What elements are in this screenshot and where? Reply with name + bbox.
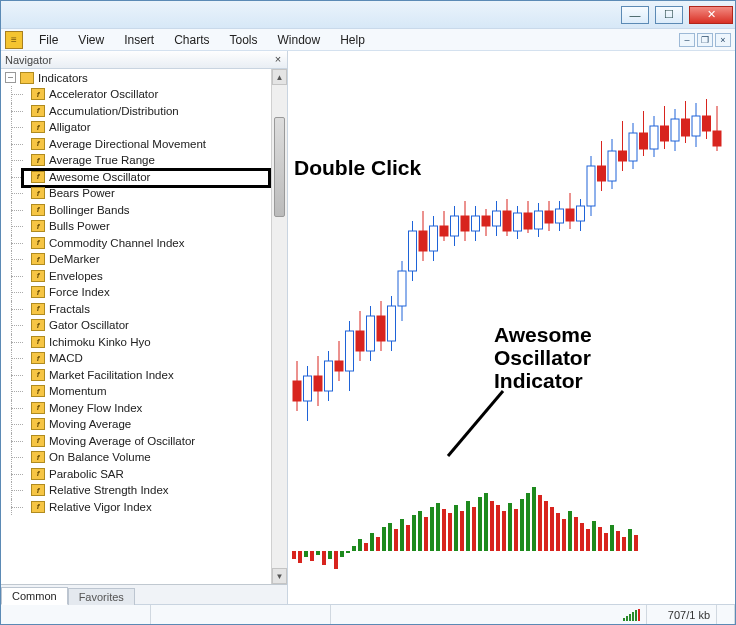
indicator-item[interactable]: fMACD: [1, 350, 271, 367]
connection-bars-icon: [623, 609, 640, 621]
scroll-thumb[interactable]: [274, 117, 285, 217]
svg-rect-35: [472, 216, 480, 231]
indicator-label: Commodity Channel Index: [49, 237, 185, 249]
indicator-item[interactable]: fDeMarker: [1, 251, 271, 268]
oscillator-bar: [304, 551, 308, 557]
indicator-item[interactable]: fBulls Power: [1, 218, 271, 235]
indicator-item[interactable]: fAccelerator Oscillator: [1, 86, 271, 103]
status-transfer: 707/1 kb: [647, 605, 717, 624]
oscillator-bar: [442, 509, 446, 551]
scroll-down-arrow-icon[interactable]: ▼: [272, 568, 287, 584]
indicator-item[interactable]: fAccumulation/Distribution: [1, 103, 271, 120]
tree-root-label: Indicators: [38, 72, 88, 84]
menu-file[interactable]: File: [29, 31, 68, 49]
indicator-item[interactable]: fForce Index: [1, 284, 271, 301]
minimize-button[interactable]: —: [621, 6, 649, 24]
menu-charts[interactable]: Charts: [164, 31, 219, 49]
oscillator-bar: [292, 551, 296, 559]
oscillator-bar: [466, 501, 470, 551]
indicator-item[interactable]: fParabolic SAR: [1, 466, 271, 483]
svg-rect-19: [388, 306, 396, 341]
app-window: — ☐ ✕ ≡ FileViewInsertChartsToolsWindowH…: [0, 0, 736, 625]
indicator-item[interactable]: fMoney Flow Index: [1, 400, 271, 417]
oscillator-bar: [322, 551, 326, 565]
indicator-item[interactable]: fMoving Average: [1, 416, 271, 433]
status-cell-2: [151, 605, 331, 624]
svg-rect-1: [293, 381, 301, 401]
tab-favorites[interactable]: Favorites: [68, 588, 135, 605]
tree-root-indicators[interactable]: – Indicators: [1, 69, 271, 86]
vertical-scrollbar[interactable]: ▲ ▼: [271, 69, 287, 584]
titlebar: — ☐ ✕: [1, 1, 735, 29]
indicator-label: Average Directional Movement: [49, 138, 206, 150]
chart-area[interactable]: Double Click Awesome Oscillator Indicato…: [288, 51, 735, 604]
svg-rect-17: [377, 316, 385, 341]
indicator-label: MACD: [49, 352, 83, 364]
indicator-label: Moving Average: [49, 418, 131, 430]
indicator-item[interactable]: fIchimoku Kinko Hyo: [1, 334, 271, 351]
oscillator-bar: [532, 487, 536, 551]
oscillator-bar: [376, 537, 380, 551]
indicator-item[interactable]: fOn Balance Volume: [1, 449, 271, 466]
svg-rect-73: [671, 119, 679, 141]
indicator-item[interactable]: fMomentum: [1, 383, 271, 400]
status-grip: [717, 605, 735, 624]
indicator-tree[interactable]: – Indicators fAccelerator OscillatorfAcc…: [1, 69, 271, 584]
svg-rect-27: [430, 226, 438, 251]
indicator-item[interactable]: fEnvelopes: [1, 268, 271, 285]
oscillator-bar: [412, 515, 416, 551]
navigator-tabs: Common Favorites: [1, 584, 287, 604]
indicator-icon: f: [31, 121, 45, 133]
indicator-item[interactable]: fFractals: [1, 301, 271, 318]
navigator-title-label: Navigator: [5, 54, 52, 66]
menu-window[interactable]: Window: [268, 31, 331, 49]
indicator-item[interactable]: fAlligator: [1, 119, 271, 136]
navigator-close-button[interactable]: ×: [271, 52, 285, 66]
svg-rect-51: [556, 209, 564, 223]
oscillator-bar: [316, 551, 320, 555]
close-button[interactable]: ✕: [689, 6, 733, 24]
indicator-item[interactable]: fRelative Vigor Index: [1, 499, 271, 516]
indicator-item[interactable]: fGator Oscillator: [1, 317, 271, 334]
oscillator-bar: [388, 523, 392, 551]
scroll-up-arrow-icon[interactable]: ▲: [272, 69, 287, 85]
indicator-item[interactable]: fBollinger Bands: [1, 202, 271, 219]
oscillator-bar: [610, 525, 614, 551]
oscillator-bar: [406, 525, 410, 551]
indicator-item[interactable]: fBears Power: [1, 185, 271, 202]
maximize-button[interactable]: ☐: [655, 6, 683, 24]
mdi-close-button[interactable]: ×: [715, 33, 731, 47]
menu-help[interactable]: Help: [330, 31, 375, 49]
oscillator-bar: [370, 533, 374, 551]
indicator-label: Relative Vigor Index: [49, 501, 152, 513]
indicator-item[interactable]: fRelative Strength Index: [1, 482, 271, 499]
svg-rect-43: [514, 213, 522, 231]
menu-view[interactable]: View: [68, 31, 114, 49]
mdi-restore-button[interactable]: ❐: [697, 33, 713, 47]
oscillator-bar: [394, 529, 398, 551]
indicator-icon: f: [31, 105, 45, 117]
indicator-label: Alligator: [49, 121, 91, 133]
oscillator-bar: [538, 495, 542, 551]
indicator-item[interactable]: fMarket Facilitation Index: [1, 367, 271, 384]
svg-rect-15: [367, 316, 375, 351]
mdi-minimize-button[interactable]: –: [679, 33, 695, 47]
indicator-item[interactable]: fAwesome Oscillator: [1, 169, 271, 186]
menu-tools[interactable]: Tools: [220, 31, 268, 49]
oscillator-bar: [460, 511, 464, 551]
oscillator-bar: [604, 533, 608, 551]
oscillator-bar: [448, 513, 452, 551]
indicator-item[interactable]: fCommodity Channel Index: [1, 235, 271, 252]
collapse-icon[interactable]: –: [5, 72, 16, 83]
indicator-item[interactable]: fAverage True Range: [1, 152, 271, 169]
indicator-item[interactable]: fAverage Directional Movement: [1, 136, 271, 153]
tab-common[interactable]: Common: [1, 587, 68, 605]
indicator-label: Parabolic SAR: [49, 468, 124, 480]
indicator-item[interactable]: fMoving Average of Oscillator: [1, 433, 271, 450]
svg-rect-63: [619, 151, 627, 161]
oscillator-bar: [550, 507, 554, 551]
svg-rect-69: [650, 126, 658, 149]
svg-rect-13: [356, 331, 364, 351]
oscillator-bar: [508, 503, 512, 551]
menu-insert[interactable]: Insert: [114, 31, 164, 49]
